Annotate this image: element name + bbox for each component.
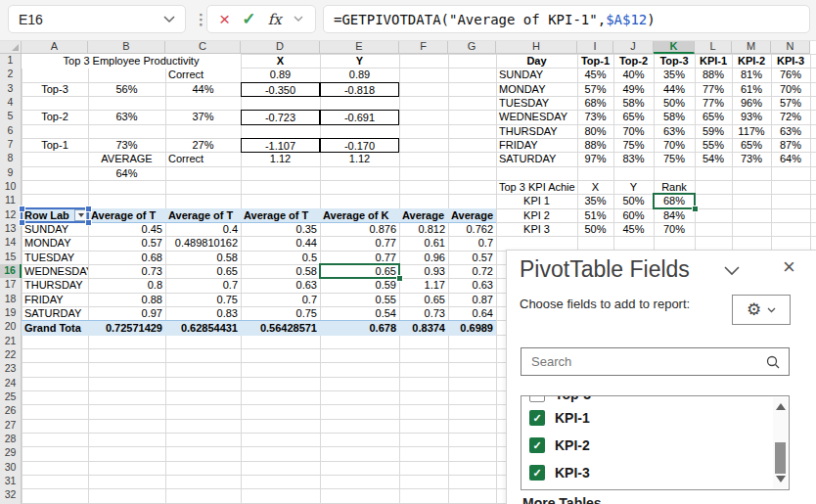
cell-J3[interactable]: 49% bbox=[613, 82, 654, 97]
cell-B16[interactable]: 0.73 bbox=[88, 264, 165, 279]
cell-B17[interactable]: 0.8 bbox=[88, 278, 165, 293]
cell-K8[interactable]: 75% bbox=[654, 152, 695, 166]
cell-I11[interactable]: 35% bbox=[577, 194, 613, 208]
cell-N2[interactable]: 76% bbox=[771, 68, 810, 82]
cell-F16[interactable]: 0.93 bbox=[399, 264, 448, 279]
cell-G12[interactable]: Average bbox=[448, 208, 496, 223]
field-item-kpi-3[interactable]: ✓KPI-3 bbox=[521, 459, 766, 486]
cell-D1[interactable]: X bbox=[241, 54, 320, 69]
cell-J11[interactable]: 50% bbox=[613, 194, 654, 208]
cell-I7[interactable]: 88% bbox=[577, 138, 613, 153]
column-header-I[interactable]: I bbox=[577, 40, 613, 54]
reference-handle-2[interactable] bbox=[19, 219, 25, 226]
cell-B13[interactable]: 0.45 bbox=[88, 222, 165, 237]
column-header-D[interactable]: D bbox=[241, 40, 320, 54]
cell-M2[interactable]: 81% bbox=[732, 68, 771, 82]
cell-E1[interactable]: Y bbox=[320, 54, 399, 69]
cell-D18[interactable]: 0.7 bbox=[241, 293, 320, 307]
cell-B5[interactable]: 63% bbox=[88, 110, 165, 124]
row-header-10[interactable]: 10 bbox=[0, 180, 22, 195]
cell-E19[interactable]: 0.54 bbox=[320, 306, 399, 321]
cell-I10[interactable]: X bbox=[577, 180, 613, 195]
column-header-K[interactable]: K bbox=[654, 40, 695, 54]
cell-H5[interactable]: WEDNESDAY bbox=[496, 110, 577, 124]
select-all-corner[interactable] bbox=[0, 40, 22, 54]
cell-D2[interactable]: 0.89 bbox=[241, 68, 320, 82]
row-header-6[interactable]: 6 bbox=[0, 124, 22, 139]
chevron-down-icon[interactable] bbox=[163, 16, 175, 23]
cell-I3[interactable]: 57% bbox=[577, 82, 613, 97]
row-header-8[interactable]: 8 bbox=[0, 152, 22, 166]
cell-G18[interactable]: 0.87 bbox=[448, 293, 496, 307]
row-header-19[interactable]: 19 bbox=[0, 306, 22, 321]
cell-B15[interactable]: 0.68 bbox=[88, 251, 165, 265]
cell-C20[interactable]: 0.62854431 bbox=[165, 320, 241, 335]
row-header-18[interactable]: 18 bbox=[0, 293, 22, 307]
cell-B3[interactable]: 56% bbox=[88, 82, 165, 97]
cell-H10[interactable]: Top 3 KPI Achie bbox=[496, 180, 577, 195]
cell-J10[interactable]: Y bbox=[613, 180, 654, 195]
cell-M8[interactable]: 73% bbox=[732, 152, 771, 166]
cell-K6[interactable]: 63% bbox=[654, 124, 695, 139]
column-header-H[interactable]: H bbox=[496, 40, 577, 54]
cell-C12[interactable]: Average of T bbox=[165, 208, 241, 223]
cell-E17[interactable]: 0.59 bbox=[320, 278, 399, 293]
cell-B12[interactable]: Average of T bbox=[88, 208, 165, 223]
cell-G15[interactable]: 0.57 bbox=[448, 251, 496, 265]
cell-A15[interactable]: TUESDAY bbox=[22, 251, 88, 265]
column-header-L[interactable]: L bbox=[695, 40, 732, 54]
cell-A20[interactable]: Grand Tota bbox=[22, 320, 88, 335]
cell-L2[interactable]: 88% bbox=[695, 68, 732, 82]
row-header-29[interactable]: 29 bbox=[0, 446, 22, 461]
cell-H4[interactable]: TUESDAY bbox=[496, 96, 577, 111]
cell-N5[interactable]: 72% bbox=[771, 110, 810, 124]
cell-L3[interactable]: 77% bbox=[695, 82, 732, 97]
column-header-J[interactable]: J bbox=[613, 40, 654, 54]
cell-J2[interactable]: 40% bbox=[613, 68, 654, 82]
field-item-top-3[interactable]: Top-3 bbox=[521, 395, 766, 408]
row-header-2[interactable]: 2 bbox=[0, 68, 22, 82]
cell-D7[interactable]: -1.107 bbox=[241, 138, 320, 153]
cell-C13[interactable]: 0.4 bbox=[165, 222, 241, 237]
row-header-5[interactable]: 5 bbox=[0, 110, 22, 124]
row-header-9[interactable]: 9 bbox=[0, 166, 22, 181]
row-header-27[interactable]: 27 bbox=[0, 419, 22, 434]
cell-K3[interactable]: 44% bbox=[654, 82, 695, 97]
cell-J4[interactable]: 58% bbox=[613, 96, 654, 111]
cell-D12[interactable]: Average of T bbox=[241, 208, 320, 223]
cell-N7[interactable]: 87% bbox=[771, 138, 810, 153]
cell-M3[interactable]: 61% bbox=[732, 82, 771, 97]
cell-I13[interactable]: 50% bbox=[577, 222, 613, 237]
cell-L7[interactable]: 55% bbox=[695, 138, 732, 153]
row-header-3[interactable]: 3 bbox=[0, 82, 22, 97]
cell-D15[interactable]: 0.5 bbox=[241, 251, 320, 265]
cell-M1[interactable]: KPI-2 bbox=[732, 54, 771, 69]
cell-D8[interactable]: 1.12 bbox=[241, 152, 320, 166]
search-icon[interactable] bbox=[765, 354, 781, 370]
cell-H3[interactable]: MONDAY bbox=[496, 82, 577, 97]
cell-J13[interactable]: 45% bbox=[613, 222, 654, 237]
cell-I2[interactable]: 45% bbox=[577, 68, 613, 82]
cell-C16[interactable]: 0.65 bbox=[165, 264, 241, 279]
cell-K2[interactable]: 35% bbox=[654, 68, 695, 82]
fill-handle-E16[interactable] bbox=[396, 275, 403, 282]
cell-L4[interactable]: 77% bbox=[695, 96, 732, 111]
cell-N1[interactable]: KPI-3 bbox=[771, 54, 810, 69]
column-header-M[interactable]: M bbox=[732, 40, 771, 54]
fill-handle-K11[interactable] bbox=[692, 206, 699, 212]
cell-D16[interactable]: 0.58 bbox=[241, 264, 320, 279]
column-header-C[interactable]: C bbox=[165, 40, 241, 54]
cell-B9[interactable]: 64% bbox=[88, 166, 165, 181]
cell-B7[interactable]: 73% bbox=[88, 138, 165, 153]
cell-K5[interactable]: 58% bbox=[654, 110, 695, 124]
cell-F19[interactable]: 0.73 bbox=[399, 306, 448, 321]
cell-J1[interactable]: Top-2 bbox=[613, 54, 654, 69]
cell-M7[interactable]: 65% bbox=[732, 138, 771, 153]
cell-A14[interactable]: MONDAY bbox=[22, 236, 88, 251]
checked-checkbox-icon[interactable]: ✓ bbox=[529, 465, 545, 481]
row-header-16[interactable]: 16 bbox=[0, 264, 22, 279]
cell-I12[interactable]: 51% bbox=[577, 208, 613, 223]
cell-B8[interactable]: AVERAGE bbox=[88, 152, 165, 166]
cell-A1-title[interactable]: Top 3 Employee Productivity bbox=[22, 54, 241, 69]
cell-G19[interactable]: 0.64 bbox=[448, 306, 496, 321]
